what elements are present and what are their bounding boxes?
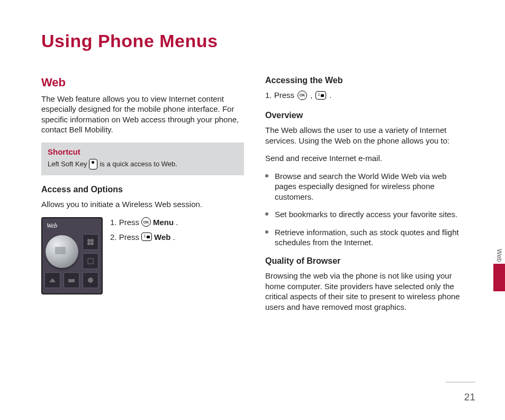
phone-tile-icon: [83, 234, 98, 250]
press-num: 1. Press: [265, 90, 294, 101]
one-key-icon: [315, 91, 326, 100]
shortcut-after: is a quick access to Web.: [100, 160, 177, 169]
globe-icon: [46, 235, 78, 268]
overview-heading: Overview: [265, 110, 468, 121]
step-2-num: 2. Press: [110, 232, 139, 243]
step-2: 2. Press Web.: [110, 232, 178, 243]
page-number: 21: [464, 390, 475, 404]
access-heading: Access and Options: [41, 184, 244, 195]
two-column-layout: Web The Web feature allows you to view I…: [41, 75, 468, 320]
svg-point-3: [91, 242, 94, 245]
press-line: 1. Press OK, .: [265, 90, 468, 101]
shortcut-before: Left Soft Key: [48, 160, 87, 169]
side-tab: Web: [493, 249, 505, 291]
quality-heading: Quality of Browser: [265, 255, 468, 267]
overview-line: Send and receive Internet e-mail.: [265, 153, 468, 164]
shortcut-box: Shortcut Left Soft Key is a quick access…: [41, 142, 244, 175]
step-1-num: 1. Press: [110, 217, 139, 228]
access-steps: 1. Press OK Menu. 2. Press Web.: [110, 217, 178, 247]
list-item: Retrieve information, such as stock quot…: [265, 227, 468, 248]
phone-screenshot-caption: Web: [47, 221, 57, 230]
shortcut-title: Shortcut: [48, 147, 238, 157]
svg-point-2: [87, 242, 91, 245]
access-intro: Allows you to initiate a Wireless Web se…: [41, 199, 244, 210]
step-2-label: Web: [154, 232, 170, 243]
access-row: Web 1. Press OK Menu. 2. Press Web.: [41, 217, 244, 294]
phone-tile-icon: [44, 272, 60, 288]
overview-bullets: Browse and search the World Wide Web via…: [265, 171, 468, 248]
list-item: Browse and search the World Wide Web via…: [265, 171, 468, 202]
svg-point-6: [88, 278, 93, 283]
left-soft-key-icon: [89, 159, 97, 169]
phone-tile-icon: [83, 272, 98, 288]
shortcut-text: Left Soft Key is a quick access to Web.: [48, 159, 238, 170]
side-tab-label: Web: [495, 249, 503, 262]
phone-tile-icon: [64, 272, 79, 288]
quality-para: Browsing the web via the phone is not li…: [265, 271, 468, 312]
svg-point-1: [91, 239, 94, 242]
ok-key-icon: OK: [141, 217, 151, 227]
step-1: 1. Press OK Menu.: [110, 217, 178, 228]
ok-key-icon: OK: [297, 91, 307, 100]
web-intro: The Web feature allows you to view Inter…: [41, 94, 244, 135]
one-key-icon: [141, 233, 152, 241]
chapter-title: Using Phone Menus: [41, 29, 468, 53]
svg-point-0: [87, 239, 91, 242]
section-title-web: Web: [41, 75, 244, 91]
left-column: Web The Web feature allows you to view I…: [41, 75, 244, 320]
svg-rect-5: [68, 279, 75, 282]
list-item: Set bookmarks to directly access your fa…: [265, 209, 468, 220]
side-tab-block: [493, 264, 505, 291]
right-column: Accessing the Web 1. Press OK, . Overvie…: [265, 75, 468, 320]
overview-para: The Web allows the user to use a variety…: [265, 125, 468, 146]
phone-tile-icon: [83, 253, 98, 269]
accessing-heading: Accessing the Web: [265, 75, 468, 86]
step-1-label: Menu: [153, 217, 174, 228]
svg-rect-4: [88, 258, 93, 264]
phone-screenshot: Web: [41, 217, 103, 294]
